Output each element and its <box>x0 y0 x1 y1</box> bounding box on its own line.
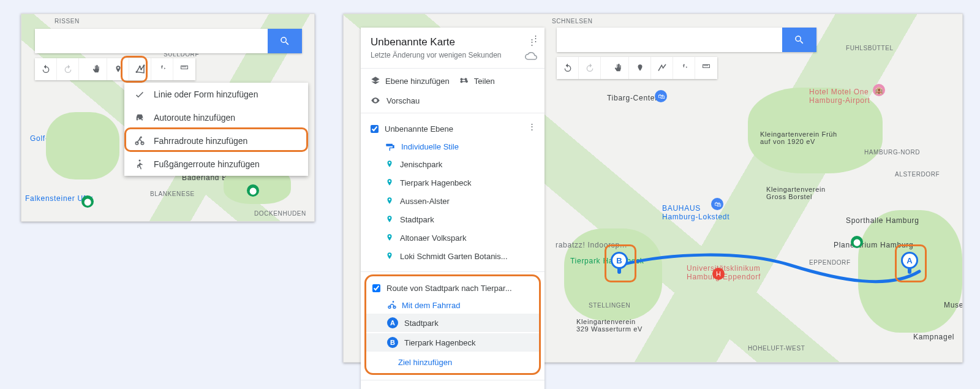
place-label: Jenischpark <box>400 160 442 169</box>
add-destination-link[interactable]: Ziel hinzufügen <box>366 353 539 371</box>
place-label: Loki Schmidt Garten Botanis... <box>400 252 508 261</box>
dropdown-item-bike[interactable]: Fahrradroute hinzufügen <box>124 129 308 153</box>
map-label: Planetarium Hamburg <box>834 241 913 249</box>
route-badge: B <box>387 337 398 348</box>
redo-button[interactable] <box>57 58 79 80</box>
place-item[interactable]: Stadtpark <box>361 210 545 228</box>
layer-title-row[interactable]: Unbenannte Ebene <box>361 119 545 138</box>
svg-point-12 <box>393 301 394 303</box>
pan-hand-button[interactable] <box>607 57 629 79</box>
map-toolbar <box>35 58 195 80</box>
map-marker-a[interactable]: A <box>901 252 919 275</box>
route-title-row[interactable]: Route von Stadtpark nach Tierpar... <box>366 279 539 298</box>
draw-line-button[interactable] <box>129 58 151 80</box>
redo-button[interactable] <box>579 57 601 79</box>
dropdown-label: Linie oder Form hinzufügen <box>154 89 258 99</box>
poi-park[interactable]: ⬤ <box>851 236 863 248</box>
layer-style-link[interactable]: Individuelle Stile <box>361 138 545 155</box>
walk-icon <box>134 159 145 170</box>
map-label: HAMBURG-NORD <box>864 149 920 156</box>
bike-icon <box>134 135 145 146</box>
poi-hospital[interactable]: H <box>712 268 725 280</box>
measure-button[interactable] <box>173 58 195 80</box>
preview-label: Vorschau <box>386 96 420 105</box>
undo-button[interactable] <box>557 57 579 79</box>
share-button[interactable]: Teilen <box>459 76 495 86</box>
marker-button[interactable] <box>629 57 651 79</box>
layer-style-label: Individuelle Stile <box>401 142 459 151</box>
screenshot-right: SCHNELSEN FUHLSBÜTTEL Tibarg-Center Brie… <box>343 13 963 363</box>
dropdown-label: Autoroute hinzufügen <box>154 113 235 123</box>
draw-line-button[interactable] <box>651 57 673 79</box>
route-visibility-checkbox[interactable] <box>372 284 380 292</box>
pin-icon <box>385 195 394 206</box>
map-marker-b[interactable]: B <box>611 252 629 275</box>
search-icon <box>794 34 805 45</box>
map-label: DOCKENHUDEN <box>254 210 306 217</box>
dropdown-item-walk[interactable]: Fußgängerroute hinzufügen <box>124 153 308 176</box>
pin-icon <box>385 251 394 262</box>
route-mode[interactable]: Mit dem Fahrrad <box>366 298 539 312</box>
place-label: Aussen-Alster <box>400 197 450 206</box>
eye-icon <box>371 96 380 105</box>
draw-dropdown: Linie oder Form hinzufügen Autoroute hin… <box>124 83 308 176</box>
place-label: Altonaer Volkspark <box>400 233 466 243</box>
undo-button[interactable] <box>35 58 57 80</box>
svg-rect-9 <box>386 143 393 146</box>
map-label: ALSTERDORF <box>895 171 940 178</box>
search-button[interactable] <box>268 29 302 53</box>
cloud-sync-icon <box>525 52 537 62</box>
map-title[interactable]: Unbenannte Karte <box>371 36 535 48</box>
place-item[interactable]: Jenischpark <box>361 155 545 173</box>
search-input[interactable] <box>35 29 268 53</box>
route-point[interactable]: AStadtpark <box>366 314 539 332</box>
place-item[interactable]: Loki Schmidt Garten Botanis... <box>361 247 545 265</box>
layer-visibility-checkbox[interactable] <box>371 125 379 133</box>
add-layer-label: Ebene hinzufügen <box>385 77 450 86</box>
map-side-panel: Unbenannte Karte Letzte Änderung vor wen… <box>361 28 545 389</box>
poi-shopping[interactable]: 🛍 <box>655 90 667 102</box>
route-mode-label: Mit dem Fahrrad <box>402 301 460 310</box>
place-item[interactable]: Tierpark Hagenbeck <box>361 173 545 192</box>
dropdown-item-line[interactable]: Linie oder Form hinzufügen <box>124 83 308 106</box>
search-input[interactable] <box>557 28 782 52</box>
preview-button[interactable]: Vorschau <box>361 91 545 110</box>
layer-options-button[interactable]: ⋮ <box>526 119 538 134</box>
add-layer-button[interactable]: Ebene hinzufügen <box>371 76 450 86</box>
dropdown-item-car[interactable]: Autoroute hinzufügen <box>124 106 308 129</box>
map-label: Sporthalle Hamburg <box>846 216 919 225</box>
pan-hand-button[interactable] <box>85 58 107 80</box>
map-poi[interactable]: ⬤ <box>81 195 94 208</box>
map-green <box>46 112 119 179</box>
map-label: Muse <box>944 301 962 309</box>
basemap-row[interactable]: ▾ Basiskarte <box>361 383 545 389</box>
map-label: Universitätsklinikum Hamburg-Eppendorf <box>687 264 778 281</box>
check-icon <box>134 89 145 100</box>
layer-block: ⋮ Unbenannte Ebene Individuelle Stile Je… <box>361 116 545 269</box>
directions-button[interactable] <box>673 57 695 79</box>
svg-point-2 <box>140 69 142 70</box>
poi-shopping[interactable]: 🛍 <box>711 198 723 210</box>
map-label: Kleingartenverein Gross Borstel <box>766 186 840 200</box>
route-point[interactable]: BTierpark Hagenbeck <box>366 333 539 352</box>
place-item[interactable]: Aussen-Alster <box>361 192 545 210</box>
map-label: Kampnagel <box>913 333 954 341</box>
map-label: FUHLSBÜTTEL <box>846 45 894 51</box>
map-poi[interactable]: ⬤ <box>247 184 259 197</box>
directions-button[interactable] <box>151 58 173 80</box>
search-bar <box>557 28 816 52</box>
map-label: STELLINGEN <box>589 302 630 309</box>
poi-hotel[interactable]: 🏨 <box>873 84 885 96</box>
search-button[interactable] <box>782 28 816 52</box>
pin-icon <box>385 232 394 243</box>
screenshot-left: RISSEN SÜLLDORF Bäderland Blankenese BLA… <box>21 13 315 222</box>
route-options-button[interactable]: ⋮ <box>529 31 542 45</box>
place-item[interactable]: Altonaer Volkspark <box>361 228 545 247</box>
bike-icon <box>387 300 397 310</box>
svg-point-8 <box>139 160 141 162</box>
paint-roller-icon <box>385 143 395 151</box>
dropdown-label: Fahrradroute hinzufügen <box>154 136 247 146</box>
measure-button[interactable] <box>695 57 717 79</box>
map-label: RISSEN <box>55 18 80 25</box>
marker-button[interactable] <box>107 58 129 80</box>
